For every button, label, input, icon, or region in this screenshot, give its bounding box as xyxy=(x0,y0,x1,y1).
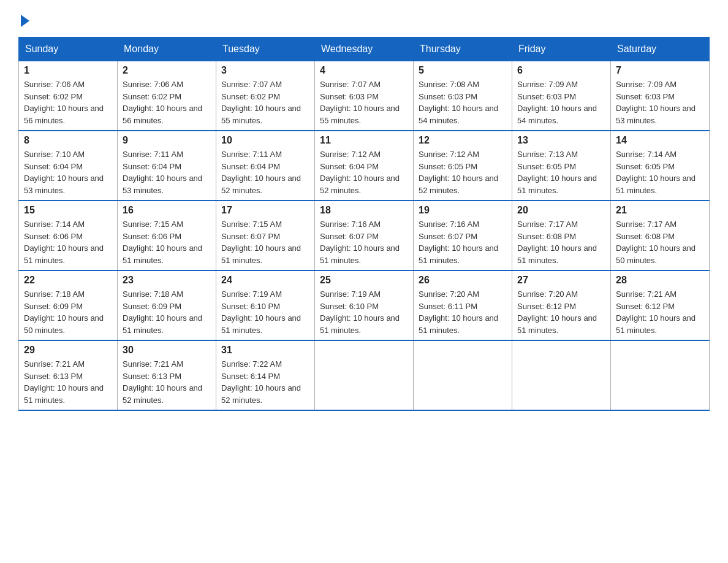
calendar-cell: 28Sunrise: 7:21 AMSunset: 6:12 PMDayligh… xyxy=(611,270,710,340)
day-number: 27 xyxy=(517,275,605,286)
day-info: Sunrise: 7:21 AMSunset: 6:12 PMDaylight:… xyxy=(616,288,704,336)
day-info: Sunrise: 7:11 AMSunset: 6:04 PMDaylight:… xyxy=(221,148,309,196)
day-number: 5 xyxy=(419,65,507,76)
day-info: Sunrise: 7:20 AMSunset: 6:12 PMDaylight:… xyxy=(517,288,605,336)
day-number: 1 xyxy=(24,65,112,76)
calendar-cell: 3Sunrise: 7:07 AMSunset: 6:02 PMDaylight… xyxy=(216,61,315,131)
day-header-friday: Friday xyxy=(512,37,611,61)
calendar-cell xyxy=(315,340,414,410)
calendar-cell: 14Sunrise: 7:14 AMSunset: 6:05 PMDayligh… xyxy=(611,131,710,201)
calendar-cell: 26Sunrise: 7:20 AMSunset: 6:11 PMDayligh… xyxy=(414,270,512,340)
day-number: 22 xyxy=(24,275,112,286)
day-number: 13 xyxy=(517,135,605,146)
day-info: Sunrise: 7:07 AMSunset: 6:03 PMDaylight:… xyxy=(320,79,408,126)
day-info: Sunrise: 7:21 AMSunset: 6:13 PMDaylight:… xyxy=(24,358,112,406)
calendar-week-row: 1Sunrise: 7:06 AMSunset: 6:02 PMDaylight… xyxy=(19,61,710,131)
day-number: 31 xyxy=(221,345,309,356)
day-info: Sunrise: 7:15 AMSunset: 6:06 PMDaylight:… xyxy=(123,218,211,266)
calendar-cell: 21Sunrise: 7:17 AMSunset: 6:08 PMDayligh… xyxy=(611,201,710,270)
day-number: 8 xyxy=(24,135,112,146)
day-number: 4 xyxy=(320,65,408,76)
day-info: Sunrise: 7:22 AMSunset: 6:14 PMDaylight:… xyxy=(221,358,309,406)
calendar-cell: 7Sunrise: 7:09 AMSunset: 6:03 PMDaylight… xyxy=(611,61,710,131)
day-header-tuesday: Tuesday xyxy=(216,37,315,61)
day-number: 26 xyxy=(419,275,507,286)
day-info: Sunrise: 7:16 AMSunset: 6:07 PMDaylight:… xyxy=(419,218,507,266)
calendar-cell xyxy=(512,340,611,410)
day-number: 16 xyxy=(123,205,211,216)
day-info: Sunrise: 7:16 AMSunset: 6:07 PMDaylight:… xyxy=(320,218,408,266)
day-number: 18 xyxy=(320,205,408,216)
day-info: Sunrise: 7:21 AMSunset: 6:13 PMDaylight:… xyxy=(123,358,211,406)
calendar-cell: 8Sunrise: 7:10 AMSunset: 6:04 PMDaylight… xyxy=(19,131,118,201)
calendar-week-row: 29Sunrise: 7:21 AMSunset: 6:13 PMDayligh… xyxy=(19,340,710,410)
day-number: 15 xyxy=(24,205,112,216)
day-info: Sunrise: 7:17 AMSunset: 6:08 PMDaylight:… xyxy=(616,218,704,266)
calendar-cell: 5Sunrise: 7:08 AMSunset: 6:03 PMDaylight… xyxy=(414,61,512,131)
day-number: 7 xyxy=(616,65,704,76)
day-number: 12 xyxy=(419,135,507,146)
day-info: Sunrise: 7:12 AMSunset: 6:04 PMDaylight:… xyxy=(320,148,408,196)
day-number: 20 xyxy=(517,205,605,216)
calendar-cell: 1Sunrise: 7:06 AMSunset: 6:02 PMDaylight… xyxy=(19,61,118,131)
day-number: 30 xyxy=(123,345,211,356)
day-info: Sunrise: 7:19 AMSunset: 6:10 PMDaylight:… xyxy=(221,288,309,336)
day-number: 25 xyxy=(320,275,408,286)
day-info: Sunrise: 7:09 AMSunset: 6:03 PMDaylight:… xyxy=(616,79,704,126)
calendar-cell: 17Sunrise: 7:15 AMSunset: 6:07 PMDayligh… xyxy=(216,201,315,270)
day-number: 3 xyxy=(221,65,309,76)
calendar-cell: 15Sunrise: 7:14 AMSunset: 6:06 PMDayligh… xyxy=(19,201,118,270)
day-info: Sunrise: 7:10 AMSunset: 6:04 PMDaylight:… xyxy=(24,148,112,196)
day-header-saturday: Saturday xyxy=(611,37,710,61)
calendar-cell: 31Sunrise: 7:22 AMSunset: 6:14 PMDayligh… xyxy=(216,340,315,410)
calendar-cell: 23Sunrise: 7:18 AMSunset: 6:09 PMDayligh… xyxy=(118,270,216,340)
day-number: 23 xyxy=(123,275,211,286)
calendar-cell: 13Sunrise: 7:13 AMSunset: 6:05 PMDayligh… xyxy=(512,131,611,201)
calendar-cell xyxy=(611,340,710,410)
calendar-cell: 11Sunrise: 7:12 AMSunset: 6:04 PMDayligh… xyxy=(315,131,414,201)
day-number: 9 xyxy=(123,135,211,146)
calendar-cell: 20Sunrise: 7:17 AMSunset: 6:08 PMDayligh… xyxy=(512,201,611,270)
day-number: 14 xyxy=(616,135,704,146)
day-header-sunday: Sunday xyxy=(19,37,118,61)
calendar-header-row: SundayMondayTuesdayWednesdayThursdayFrid… xyxy=(19,37,710,61)
day-number: 29 xyxy=(24,345,112,356)
calendar-cell: 25Sunrise: 7:19 AMSunset: 6:10 PMDayligh… xyxy=(315,270,414,340)
day-info: Sunrise: 7:08 AMSunset: 6:03 PMDaylight:… xyxy=(419,79,507,126)
calendar-cell xyxy=(414,340,512,410)
day-info: Sunrise: 7:18 AMSunset: 6:09 PMDaylight:… xyxy=(24,288,112,336)
calendar-cell: 9Sunrise: 7:11 AMSunset: 6:04 PMDaylight… xyxy=(118,131,216,201)
day-info: Sunrise: 7:11 AMSunset: 6:04 PMDaylight:… xyxy=(123,148,211,196)
calendar-week-row: 22Sunrise: 7:18 AMSunset: 6:09 PMDayligh… xyxy=(19,270,710,340)
logo-arrow-icon xyxy=(21,15,29,27)
day-number: 6 xyxy=(517,65,605,76)
day-number: 10 xyxy=(221,135,309,146)
calendar-cell: 22Sunrise: 7:18 AMSunset: 6:09 PMDayligh… xyxy=(19,270,118,340)
calendar-cell: 29Sunrise: 7:21 AMSunset: 6:13 PMDayligh… xyxy=(19,340,118,410)
calendar-cell: 4Sunrise: 7:07 AMSunset: 6:03 PMDaylight… xyxy=(315,61,414,131)
calendar-week-row: 15Sunrise: 7:14 AMSunset: 6:06 PMDayligh… xyxy=(19,201,710,270)
day-number: 24 xyxy=(221,275,309,286)
day-header-wednesday: Wednesday xyxy=(315,37,414,61)
day-header-monday: Monday xyxy=(118,37,216,61)
day-info: Sunrise: 7:18 AMSunset: 6:09 PMDaylight:… xyxy=(123,288,211,336)
day-info: Sunrise: 7:07 AMSunset: 6:02 PMDaylight:… xyxy=(221,79,309,126)
calendar-cell: 30Sunrise: 7:21 AMSunset: 6:13 PMDayligh… xyxy=(118,340,216,410)
day-info: Sunrise: 7:19 AMSunset: 6:10 PMDaylight:… xyxy=(320,288,408,336)
day-info: Sunrise: 7:13 AMSunset: 6:05 PMDaylight:… xyxy=(517,148,605,196)
calendar-cell: 10Sunrise: 7:11 AMSunset: 6:04 PMDayligh… xyxy=(216,131,315,201)
day-info: Sunrise: 7:15 AMSunset: 6:07 PMDaylight:… xyxy=(221,218,309,266)
day-info: Sunrise: 7:17 AMSunset: 6:08 PMDaylight:… xyxy=(517,218,605,266)
day-info: Sunrise: 7:06 AMSunset: 6:02 PMDaylight:… xyxy=(24,79,112,126)
calendar-cell: 6Sunrise: 7:09 AMSunset: 6:03 PMDaylight… xyxy=(512,61,611,131)
day-number: 28 xyxy=(616,275,704,286)
calendar-cell: 19Sunrise: 7:16 AMSunset: 6:07 PMDayligh… xyxy=(414,201,512,270)
day-number: 17 xyxy=(221,205,309,216)
day-number: 2 xyxy=(123,65,211,76)
day-info: Sunrise: 7:09 AMSunset: 6:03 PMDaylight:… xyxy=(517,79,605,126)
calendar-cell: 16Sunrise: 7:15 AMSunset: 6:06 PMDayligh… xyxy=(118,201,216,270)
logo xyxy=(18,12,29,25)
day-number: 19 xyxy=(419,205,507,216)
calendar-cell: 27Sunrise: 7:20 AMSunset: 6:12 PMDayligh… xyxy=(512,270,611,340)
day-info: Sunrise: 7:12 AMSunset: 6:05 PMDaylight:… xyxy=(419,148,507,196)
